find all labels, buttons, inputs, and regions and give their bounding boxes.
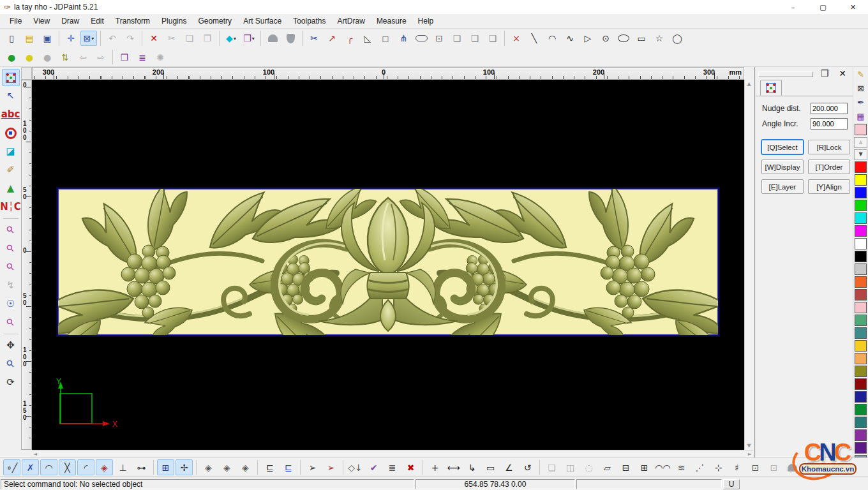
pick-color-pen[interactable]: ✒	[854, 96, 867, 108]
trim-shape-tool[interactable]: ◪	[2, 143, 20, 160]
tab-transform[interactable]	[760, 80, 782, 96]
layer-button[interactable]: [E]Layer	[761, 179, 804, 194]
palette-swatch-17[interactable]	[855, 378, 867, 390]
close-curve-button[interactable]: ◻	[377, 31, 394, 46]
draw-polyline-tool[interactable]: ▷	[580, 31, 596, 46]
array-path-button[interactable]: ⋰	[691, 459, 708, 475]
palette-swatch-2[interactable]	[855, 187, 867, 198]
relief-shield-button[interactable]	[282, 31, 299, 46]
palette-swatch-16[interactable]	[855, 366, 867, 377]
unit-mode-button[interactable]: U	[723, 479, 740, 489]
palette-swatch-21[interactable]	[855, 429, 867, 441]
text-tool[interactable]: abc	[2, 106, 20, 123]
relief-object[interactable]	[57, 188, 719, 336]
project-top-button[interactable]: ⊑	[280, 459, 297, 475]
draw-circle-tool[interactable]: ⊙	[597, 31, 614, 46]
panel-grip[interactable]	[758, 71, 813, 77]
nudge-distance-input[interactable]	[811, 103, 848, 114]
measure-angle-button[interactable]: ∠	[500, 459, 518, 475]
palette-edit[interactable]: ▦	[854, 110, 867, 122]
palette-swatch-9[interactable]	[855, 276, 867, 288]
measure-point-button[interactable]: +	[426, 459, 444, 475]
snap-perpendicular-toggle[interactable]: ⊥	[114, 459, 131, 475]
surface-mode-button[interactable]: ◆▾	[223, 31, 239, 46]
palette-swatch-3[interactable]	[855, 200, 867, 211]
view-object-tool[interactable]: ⚲	[2, 314, 20, 331]
view-cube-button[interactable]: ❒▾	[241, 31, 257, 46]
current-color-swatch[interactable]	[855, 124, 867, 135]
art-brush-tool[interactable]: ✐	[2, 161, 20, 179]
save-button[interactable]: ▣	[39, 31, 56, 46]
pick-through-button[interactable]: ◇↓	[347, 459, 364, 475]
node-edit-tool[interactable]: ↖	[2, 87, 20, 105]
lathe-tool[interactable]: ▲	[2, 180, 20, 197]
group-button[interactable]: ⊡	[747, 459, 764, 475]
draw-spline-tool[interactable]: ∿	[562, 31, 578, 46]
transform-flip-button[interactable]: ⊟	[617, 459, 634, 475]
edit-color-pencil[interactable]: ✎	[854, 68, 867, 80]
menu-item-draw[interactable]: Draw	[56, 15, 85, 27]
draw-point-tool[interactable]: ×	[508, 31, 525, 46]
menu-item-art-surface[interactable]: Art Surface	[237, 15, 287, 27]
select-color-frame[interactable]: ⊠	[854, 82, 867, 94]
pick-list-button[interactable]: ≣	[384, 459, 401, 475]
palette-scroll-down-button[interactable]: ▼	[854, 149, 867, 160]
delete-button[interactable]: ✕	[146, 31, 162, 46]
zoom-window-tool[interactable]: ⚲	[2, 221, 20, 239]
snap-axis-toggle[interactable]: ✢	[176, 459, 193, 475]
snap-quadrant-toggle[interactable]: ◈	[96, 459, 113, 475]
pick-confirm-button[interactable]: ✔	[365, 459, 382, 475]
zoom-extents-tool[interactable]: ⚲	[2, 355, 20, 373]
slot-tool-button[interactable]	[413, 31, 430, 46]
align-button[interactable]: [Y]Align	[808, 179, 850, 194]
measure-path-button[interactable]: ↳	[463, 459, 481, 475]
panel-header[interactable]: ❒✕	[756, 67, 853, 78]
menu-item-geometry[interactable]: Geometry	[192, 15, 237, 27]
menu-item-transform[interactable]: Transform	[110, 15, 156, 27]
select-frame-tool[interactable]: ⊠▾	[80, 31, 97, 46]
snap-grid-toggle[interactable]: ⊞	[157, 459, 174, 475]
show-hide-tool[interactable]: ☉	[2, 295, 20, 313]
order-button[interactable]: [T]Order	[808, 160, 850, 174]
trim-curve-button[interactable]: ✂	[306, 31, 322, 46]
palette-swatch-12[interactable]	[855, 315, 867, 326]
pick-add-button[interactable]: ➢	[304, 459, 321, 475]
menu-item-help[interactable]: Help	[412, 15, 440, 27]
new-button[interactable]: ▯	[3, 31, 20, 46]
curve-comb-button[interactable]: ⋔	[395, 31, 412, 46]
copy-object-button[interactable]: ❏	[449, 31, 465, 46]
snap-endpoint-toggle[interactable]: ∘╱	[3, 459, 20, 475]
palette-swatch-0[interactable]	[855, 161, 867, 173]
layer-manager-button[interactable]: ❐	[116, 50, 133, 65]
canvas-horizontal-scrollbar[interactable]: ◄ ►	[32, 450, 753, 457]
array-curve-button[interactable]: ≋	[673, 459, 690, 475]
draw-ellipse-tool[interactable]	[615, 31, 632, 46]
palette-swatch-10[interactable]	[855, 289, 867, 301]
drawing-canvas[interactable]: Y X	[32, 80, 744, 450]
surface-mode-button-dropdown[interactable]: ▾	[234, 36, 236, 41]
open-button[interactable]: ▤	[21, 31, 38, 46]
measure-rect-button[interactable]: ▭	[482, 459, 499, 475]
transform-skew-button[interactable]: ▱	[599, 459, 616, 475]
draw-star-tool[interactable]: ☆	[651, 31, 668, 46]
draw-polygon-tool[interactable]: ◯	[669, 31, 685, 46]
lock-button[interactable]: [R]Lock	[808, 140, 850, 154]
palette-swatch-7[interactable]	[855, 251, 867, 262]
scroll-up-icon[interactable]: ▲	[745, 80, 752, 88]
offset-button[interactable]: ⊡	[431, 31, 447, 46]
palette-swatch-8[interactable]	[855, 264, 867, 275]
view-cube-button-dropdown[interactable]: ▾	[252, 36, 255, 41]
shape-tool[interactable]	[2, 124, 20, 142]
close-button[interactable]: ✕	[839, 0, 867, 14]
draw-rectangle-tool[interactable]: ▭	[633, 31, 650, 46]
palette-swatch-1[interactable]	[855, 174, 867, 186]
show-selected-button[interactable]: ●	[21, 50, 38, 65]
nc-tool[interactable]: N╎C	[2, 198, 20, 216]
measure-perimeter-button[interactable]: ↺	[519, 459, 536, 475]
palette-swatch-14[interactable]	[855, 340, 867, 352]
menu-item-artdraw[interactable]: ArtDraw	[332, 15, 371, 27]
extend-curve-button[interactable]: ↗	[324, 31, 340, 46]
select-mode-button[interactable]: [Q]Select	[761, 140, 804, 154]
align-grid-button[interactable]: ⊹	[710, 459, 727, 475]
crosshair-tool[interactable]: ✛	[63, 31, 79, 46]
